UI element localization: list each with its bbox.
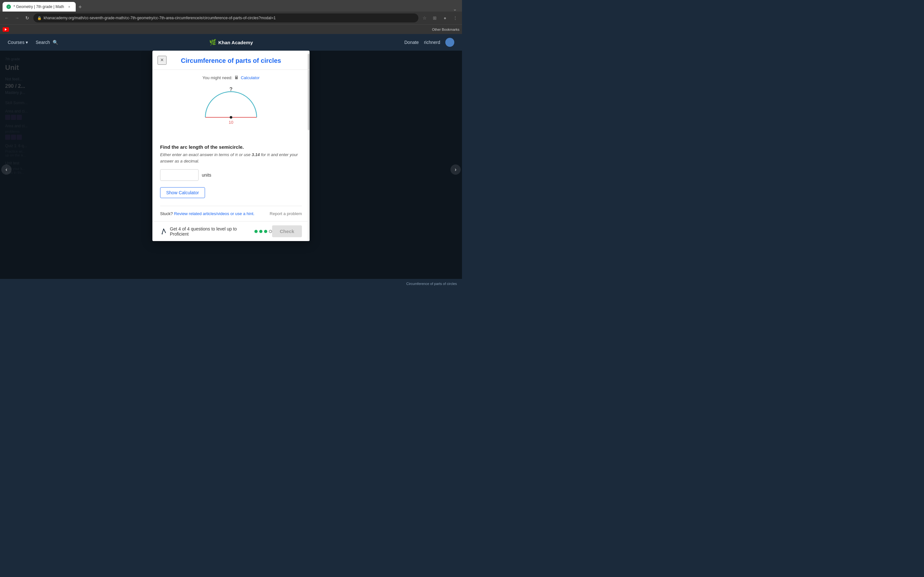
svg-point-2 bbox=[230, 116, 232, 119]
tab-close-button[interactable]: × bbox=[67, 4, 72, 9]
back-button[interactable]: ← bbox=[3, 14, 11, 22]
extension-button[interactable]: ⊞ bbox=[431, 14, 439, 22]
show-calculator-button[interactable]: Show Calculator bbox=[160, 187, 205, 198]
bookmarks-bar: Other Bookmarks bbox=[0, 24, 462, 34]
next-arrow[interactable]: › bbox=[451, 164, 461, 175]
pencil-icon-container bbox=[160, 226, 170, 237]
ka-logo-text: Khan Academy bbox=[218, 40, 253, 45]
youtube-bookmark[interactable] bbox=[3, 27, 9, 32]
report-problem-link[interactable]: Report a problem bbox=[270, 211, 302, 216]
stuck-row: Stuck? Review related articles/videos or… bbox=[160, 211, 302, 216]
page-background: ‹ › 7th grade Unit Not feeli... 290 / 2.… bbox=[0, 51, 462, 288]
tab-expand-icon: ⌄ bbox=[453, 6, 457, 11]
ka-navbar: Courses ▾ Search 🔍 🌿 Khan Academy Donate… bbox=[0, 34, 462, 51]
svg-point-6 bbox=[162, 234, 163, 234]
ka-nav-right: Donate richnerd bbox=[404, 38, 454, 47]
diagram-container: ? 10 bbox=[160, 85, 302, 137]
active-tab[interactable]: ✓ * Geometry | 7th grade | Math × bbox=[3, 2, 76, 11]
search-nav-label: Search bbox=[36, 40, 50, 45]
pencil-icon bbox=[161, 227, 169, 235]
svg-text:?: ? bbox=[229, 87, 233, 92]
courses-label: Courses bbox=[8, 40, 24, 45]
address-bar-row: ← → ↻ 🔒 khanacademy.org/math/cc-seventh-… bbox=[0, 11, 462, 24]
svg-line-5 bbox=[164, 229, 166, 233]
modal-overlay: × Circumference of parts of circles You … bbox=[0, 51, 462, 288]
modal-dialog: × Circumference of parts of circles You … bbox=[152, 51, 310, 241]
bottom-bar-label: Circumference of parts of circles bbox=[406, 282, 457, 285]
progress-dots bbox=[254, 230, 272, 233]
address-box[interactable]: 🔒 khanacademy.org/math/cc-seventh-grade-… bbox=[33, 13, 418, 23]
courses-nav-item[interactable]: Courses ▾ bbox=[8, 40, 28, 45]
prev-arrow[interactable]: ‹ bbox=[1, 164, 11, 175]
dot-4 bbox=[269, 230, 272, 233]
ka-logo-icon: 🌿 bbox=[209, 39, 216, 46]
bottom-bar: Circumference of parts of circles bbox=[0, 279, 462, 288]
menu-button[interactable]: ⋮ bbox=[451, 14, 459, 22]
modal-footer: Get 4 of 4 questions to level up to Prof… bbox=[152, 221, 310, 241]
reload-button[interactable]: ↻ bbox=[23, 14, 31, 22]
forward-button[interactable]: → bbox=[13, 14, 21, 22]
dot-3 bbox=[264, 230, 267, 233]
you-might-need-row: You might need: 🖩 Calculator bbox=[160, 75, 302, 80]
answer-input[interactable] bbox=[160, 169, 199, 181]
stuck-link[interactable]: Review related articles/videos or use a … bbox=[174, 211, 254, 216]
search-nav-item[interactable]: Search 🔍 bbox=[36, 40, 58, 45]
you-might-need-text: You might need: bbox=[202, 75, 232, 80]
youtube-play-icon bbox=[5, 28, 7, 31]
modal-body: You might need: 🖩 Calculator ? bbox=[152, 70, 310, 221]
stuck-text: Stuck? bbox=[160, 211, 173, 216]
search-nav-icon: 🔍 bbox=[53, 40, 58, 45]
url-text: khanacademy.org/math/cc-seventh-grade-ma… bbox=[44, 16, 276, 20]
dot-1 bbox=[254, 230, 258, 233]
donate-link[interactable]: Donate bbox=[404, 40, 419, 45]
other-bookmarks[interactable]: Other Bookmarks bbox=[432, 27, 459, 31]
units-label: units bbox=[202, 172, 212, 177]
modal-header: × Circumference of parts of circles bbox=[152, 51, 310, 70]
svg-line-4 bbox=[162, 229, 164, 234]
problem-title: Find the arc length of the semicircle. bbox=[160, 144, 302, 150]
calculator-link[interactable]: Calculator bbox=[241, 75, 260, 80]
tab-title: * Geometry | 7th grade | Math bbox=[13, 5, 64, 9]
dot-2 bbox=[259, 230, 262, 233]
username-label[interactable]: richnerd bbox=[424, 40, 440, 45]
problem-instruction: Either enter an exact answer in terms of… bbox=[160, 152, 302, 164]
tab-bar: ✓ * Geometry | 7th grade | Math × + ⌄ bbox=[0, 0, 462, 11]
semicircle-diagram: ? 10 bbox=[199, 85, 263, 137]
progress-info: Get 4 of 4 questions to level up to Prof… bbox=[170, 226, 272, 237]
modal-close-button[interactable]: × bbox=[158, 56, 166, 65]
user-avatar[interactable] bbox=[445, 38, 454, 47]
tab-end-space: ⌄ bbox=[85, 6, 459, 11]
lock-icon: 🔒 bbox=[37, 16, 42, 20]
bookmark-star-button[interactable]: ☆ bbox=[420, 14, 429, 22]
check-button[interactable]: Check bbox=[272, 226, 302, 237]
modal-title: Circumference of parts of circles bbox=[181, 57, 281, 64]
courses-dropdown-icon: ▾ bbox=[26, 40, 28, 45]
svg-text:10: 10 bbox=[229, 120, 233, 125]
scroll-indicator[interactable] bbox=[308, 51, 310, 241]
modal-divider bbox=[160, 206, 302, 206]
calculator-icon: 🖩 bbox=[234, 75, 239, 80]
progress-text: Get 4 of 4 questions to level up to Prof… bbox=[170, 226, 252, 237]
tab-favicon: ✓ bbox=[6, 5, 11, 9]
new-tab-button[interactable]: + bbox=[76, 3, 85, 11]
profile-button[interactable]: ● bbox=[441, 14, 449, 22]
ka-logo-container: 🌿 Khan Academy bbox=[66, 39, 397, 46]
answer-row: units bbox=[160, 169, 302, 181]
